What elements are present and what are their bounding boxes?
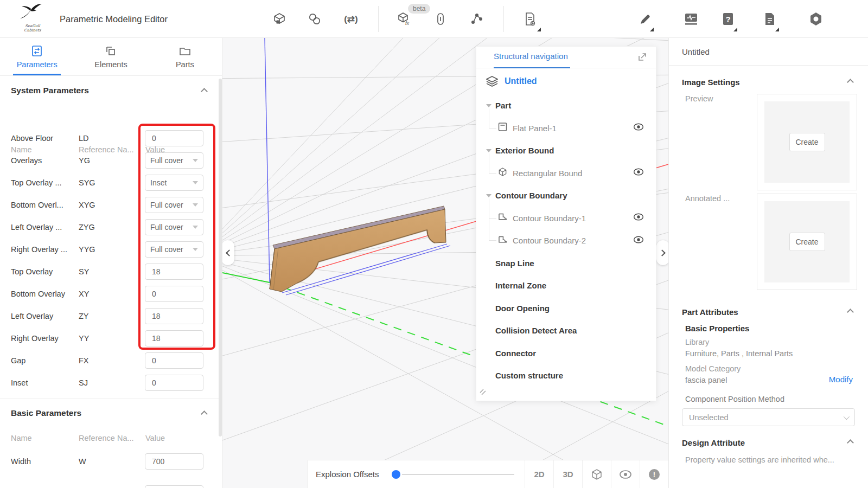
fascia-panel-model[interactable] [270, 206, 446, 292]
parts-icon [179, 45, 191, 57]
col-reference: Reference Na... [79, 434, 134, 442]
dropdown-corner-icon[interactable] [775, 28, 779, 31]
tree-item-contour-boundary-1[interactable]: Contour Boundary-1 [476, 207, 656, 230]
param-value-input[interactable] [145, 485, 203, 488]
cube-view-button[interactable] [582, 460, 611, 488]
dropdown-corner-icon[interactable] [733, 28, 737, 31]
create-preview-button[interactable]: Create [789, 133, 825, 151]
param-ref: W [79, 457, 86, 466]
param-value-input[interactable] [145, 375, 203, 391]
slider-thumb[interactable] [392, 470, 400, 479]
collapse-section-icon[interactable] [847, 309, 854, 316]
param-name: Left Overlay ... [11, 223, 62, 232]
beta-badge: beta [408, 4, 430, 14]
left-panel-scrollbar[interactable] [219, 79, 222, 436]
param-value-input[interactable] [145, 286, 203, 302]
tree-group-contour-boundary[interactable]: Contour Boundary [476, 184, 656, 207]
dropdown-corner-icon[interactable] [650, 28, 654, 31]
brand-line1: SeaGull [15, 24, 50, 28]
param-value-input[interactable] [145, 330, 203, 346]
structural-nav-tab[interactable]: Structural navigation [494, 52, 568, 61]
caret-down-icon[interactable] [486, 149, 492, 152]
param-name: Top Overlay ... [11, 178, 61, 187]
tree-group-custom-structure[interactable]: Custom structure [476, 364, 656, 387]
collapse-section-icon[interactable] [201, 88, 208, 95]
create-annotated-button[interactable]: Create [789, 233, 825, 251]
tab-elements[interactable]: Elements [74, 38, 148, 75]
parameter-row: Top Overlay ... SYG Inset [0, 171, 222, 194]
slider-track[interactable] [391, 474, 514, 475]
tree-group-snap-line[interactable]: Snap Line [476, 252, 656, 275]
nut-icon[interactable] [808, 11, 824, 27]
swap-parentheses-icon[interactable]: (⇄) [343, 11, 359, 27]
param-value-select[interactable]: Inset [145, 175, 203, 191]
contour-icon [498, 213, 507, 223]
visibility-eye-icon[interactable] [633, 235, 644, 246]
visibility-eye-icon[interactable] [633, 213, 644, 223]
collapse-section-icon[interactable] [847, 79, 854, 86]
visibility-eye-icon[interactable] [633, 123, 644, 133]
viewport-bottom-bar: Explosion Offsets 2D 3D ! [308, 460, 668, 488]
dropdown-corner-icon[interactable] [537, 28, 541, 31]
branch-icon[interactable] [469, 11, 485, 27]
parameter-row: Bottom Overl... XYG Full cover [0, 194, 222, 216]
tree: Part Flat Panel-1 Exterior Bound [476, 94, 656, 387]
param-value-select[interactable]: Full cover [145, 219, 203, 235]
visibility-button[interactable] [611, 460, 640, 488]
param-value-input[interactable] [145, 453, 203, 470]
panel-resize-handle[interactable] [480, 388, 486, 397]
parameter-row: Overlays YG Full cover [0, 149, 222, 171]
param-value-select[interactable]: Full cover [145, 241, 203, 258]
param-value-select[interactable]: Full cover [145, 152, 203, 169]
param-value-input[interactable] [145, 308, 203, 324]
document-new-icon[interactable] [522, 11, 538, 27]
tree-item-flat-panel[interactable]: Flat Panel-1 [476, 117, 656, 140]
alert-button[interactable]: ! [640, 460, 668, 488]
tab-parts[interactable]: Parts [148, 38, 222, 75]
tree-group-internal-zone[interactable]: Internal Zone [476, 274, 656, 297]
tree-root-label[interactable]: Untitled [505, 76, 537, 86]
basic-parameters-title: Basic Parameters [11, 408, 81, 418]
explosion-offsets-slider[interactable] [391, 469, 514, 480]
collapse-section-icon[interactable] [201, 410, 208, 418]
structural-nav-header: Structural navigation [476, 47, 656, 68]
monitor-pulse-icon[interactable] [683, 11, 699, 27]
help-icon[interactable]: ? [720, 11, 736, 27]
tree-group-exterior-bound[interactable]: Exterior Bound [476, 139, 656, 162]
view-2d-button[interactable]: 2D [525, 460, 553, 488]
tree-group-part[interactable]: Part [476, 94, 656, 117]
knot-icon[interactable] [307, 11, 323, 27]
link-icon[interactable] [432, 11, 449, 27]
basic-properties-title: Basic Properties [669, 324, 868, 336]
caret-down-icon[interactable] [486, 194, 492, 197]
cube-components-icon[interactable] [271, 11, 288, 27]
visibility-eye-icon[interactable] [633, 168, 644, 178]
tree-item-rectangular-bound[interactable]: Rectangular Bound [476, 162, 656, 185]
param-value-input[interactable] [145, 352, 203, 369]
app-logo[interactable]: SeaGull Cabinets [15, 3, 50, 35]
parameter-row [0, 472, 222, 488]
tab-parameters[interactable]: Parameters [0, 38, 74, 75]
pencil-icon[interactable] [637, 11, 654, 27]
collapse-section-icon[interactable] [847, 439, 854, 446]
param-name: Overlays [11, 156, 42, 165]
collapse-left-panel-button[interactable] [222, 240, 234, 265]
param-value-select[interactable]: Full cover [145, 197, 203, 213]
tree-group-collision-detect-area[interactable]: Collision Detect Area [476, 319, 656, 342]
modify-link[interactable]: Modify [829, 375, 853, 384]
tree-group-connector[interactable]: Connector [476, 342, 656, 365]
tree-item-contour-boundary-2[interactable]: Contour Boundary-2 [476, 229, 656, 252]
document-lines-icon[interactable] [762, 11, 778, 27]
expand-right-panel-button[interactable] [656, 240, 668, 265]
expand-panel-icon[interactable] [637, 52, 647, 64]
param-value-input[interactable] [145, 130, 203, 146]
tab-elements-label: Elements [94, 60, 127, 69]
tree-root-row[interactable]: Untitled [476, 68, 656, 94]
component-position-select[interactable]: Unselected [682, 408, 855, 426]
caret-down-icon[interactable] [486, 104, 492, 107]
param-value-input[interactable] [145, 264, 203, 280]
layers-icon [486, 76, 498, 87]
view-3d-button[interactable]: 3D [553, 460, 582, 488]
cube-fx-icon[interactable]: fx [396, 11, 412, 27]
tree-group-door-opening[interactable]: Door Opening [476, 297, 656, 320]
